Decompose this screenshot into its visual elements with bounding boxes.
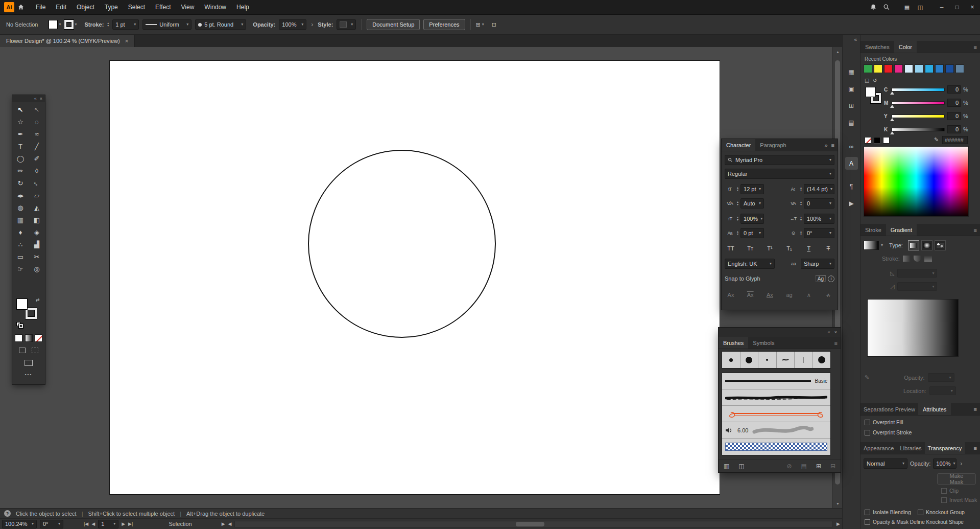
attributes-panel-menu-icon[interactable]: ≡ [974,406,977,412]
snap-option-button[interactable]: Ax [725,290,737,300]
selection-tool[interactable]: ↖ [12,103,29,116]
stroke-weight-field[interactable]: 1 pt ▾ [112,19,139,30]
layers-panel-icon[interactable]: ▤ [845,116,858,129]
curvature-tool[interactable]: ≈ [29,128,45,140]
gradient-panel-menu-icon[interactable]: ≡ [974,227,977,233]
tracking-stepper[interactable]: ▴▾ [800,201,802,206]
character-rotation-stepper[interactable]: ▴▾ [800,231,802,236]
kerning-field[interactable]: Auto▾ [740,198,764,209]
type-case-button[interactable]: T [803,243,815,254]
pencil-tool[interactable]: ✏ [12,165,29,177]
menubar-menu[interactable]: Object [71,0,100,14]
menubar-menu[interactable]: File [31,0,51,14]
gradient-location-field[interactable]: ▾ [929,386,956,395]
tab-libraries[interactable]: Libraries [897,442,924,454]
recent-color-swatch[interactable] [904,64,913,73]
document-close-icon[interactable]: × [125,38,128,44]
blend-mode-field[interactable]: Normal ▾ [864,458,907,469]
radial-gradient-button[interactable] [921,240,933,250]
recent-color-swatch[interactable] [925,64,934,73]
fill-caret-icon[interactable]: ▾ [59,22,61,27]
character-panel-menu-icon[interactable]: ≡ [831,142,834,148]
type-tool[interactable]: T [12,140,29,152]
gradient-angle-field[interactable]: ▾ [897,269,937,278]
linear-gradient-button[interactable] [908,240,919,250]
brush-row-charcoal[interactable] [722,389,830,406]
slider-value-field[interactable]: 0 [947,112,961,120]
tracking-field[interactable]: 0▾ [804,198,834,209]
status-expand-icon[interactable]: ▶ [222,521,225,526]
width-profile-field[interactable]: Uniform ▾ [142,19,192,30]
gradient-aspect-field[interactable]: ▾ [897,282,937,291]
stroke-gradient-within-icon[interactable] [903,256,911,262]
brush-squiggle[interactable] [777,352,795,368]
stroke-weight-stepper[interactable]: ▴▾ [107,22,109,27]
screen-mode-icon[interactable] [25,360,33,366]
font-size-field[interactable]: 12 pt▾ [740,184,764,194]
artboard-tool[interactable]: ▭ [12,250,29,263]
line-segment-tool[interactable]: ╱ [29,140,45,152]
hand-tool[interactable]: ☞ [12,263,29,275]
brush-definition-field[interactable]: 5 pt. Round ▾ [195,19,246,30]
overprint-stroke-checkbox[interactable]: Overprint Stroke [865,429,912,435]
hscroll-left-icon[interactable]: ◀ [228,521,232,526]
direct-selection-tool[interactable]: ↖ [29,103,45,116]
blend-tool[interactable]: ◈ [29,226,45,238]
gradient-swatch-caret-icon[interactable]: ▾ [881,243,883,247]
make-mask-button[interactable]: Make Mask [937,473,976,485]
brush-row-scatter[interactable]: 6.00 [722,422,830,439]
stroke-color-well[interactable] [64,20,74,29]
touch-workspace-icon[interactable]: ⊡ [492,21,496,28]
lasso-tool[interactable]: ◌ [29,116,45,128]
toolbar-collapse-icon[interactable]: « [34,96,37,101]
brush-row-pattern[interactable] [722,439,830,455]
artboards-panel-icon[interactable]: ▦ [845,65,858,78]
color-slider-thumb[interactable] [890,131,894,134]
first-artboard-icon[interactable]: |◀ [84,521,88,526]
knockout-group-checkbox[interactable]: Knockout Group [918,509,965,515]
none-swatch[interactable] [865,137,871,144]
ellipse-tool[interactable]: ◯ [12,152,29,165]
default-fill-stroke-icon[interactable] [16,322,23,328]
next-artboard-icon[interactable]: ▶ [122,521,125,526]
color-slider-track[interactable] [892,88,945,91]
tab-appearance[interactable]: Appearance [861,442,897,454]
brush-dot-small[interactable] [722,352,740,368]
scroll-up-icon[interactable]: ▲ [833,48,843,55]
vertical-scale-stepper[interactable]: ▴▾ [737,216,738,221]
last-artboard-icon[interactable]: ▶| [128,521,133,526]
color-mode-button[interactable] [15,334,22,342]
maximize-button[interactable]: □ [949,0,965,14]
color-slider-thumb[interactable] [890,105,894,108]
tab-transparency[interactable]: Transparency [925,442,965,454]
symbol-sprayer-tool[interactable]: ∴ [12,238,29,250]
zoom-tool[interactable]: ◎ [29,263,45,275]
draw-inside-icon[interactable] [32,348,38,353]
snap-option-button[interactable]: ag [783,290,796,300]
overprint-fill-checkbox[interactable]: Overprint Fill [865,419,903,425]
brush-dot-xlarge[interactable] [813,352,831,368]
hex-value-field[interactable]: ###### [942,136,968,144]
horizontal-scrollbar-thumb[interactable] [516,522,544,526]
libraries-panel-open-icon[interactable]: ◫ [738,463,744,470]
gradient-large-preview[interactable] [867,299,959,357]
type-case-button[interactable]: Tᴛ [744,243,756,254]
font-style-field[interactable]: Regular ▾ [725,169,834,179]
brush-libraries-icon[interactable]: ▥ [724,463,729,470]
transparency-panel-menu-icon[interactable]: ≡ [974,445,977,451]
pen-tool[interactable]: ✒ [12,128,29,140]
glyph-guides-icon[interactable]: Ag [816,275,826,282]
transparency-opacity-field[interactable]: 100% ▾ [933,458,957,469]
preferences-button[interactable]: Preferences [423,19,465,30]
prev-artboard-icon[interactable]: ◀ [91,521,95,526]
brush-dot-tiny[interactable] [758,352,777,368]
type-case-button[interactable]: TT [725,243,737,254]
actions-panel-icon[interactable]: ▶ [845,197,858,210]
tab-character[interactable]: Character [722,139,755,151]
paragraph-panel-icon[interactable]: ¶ [845,180,858,193]
menubar-menu[interactable]: Effect [150,0,176,14]
gradient-preview-swatch[interactable] [864,241,879,250]
slider-value-field[interactable]: 0 [947,125,961,133]
delete-brush-icon[interactable]: ⊟ [830,463,835,470]
freeform-gradient-button[interactable] [935,240,946,250]
